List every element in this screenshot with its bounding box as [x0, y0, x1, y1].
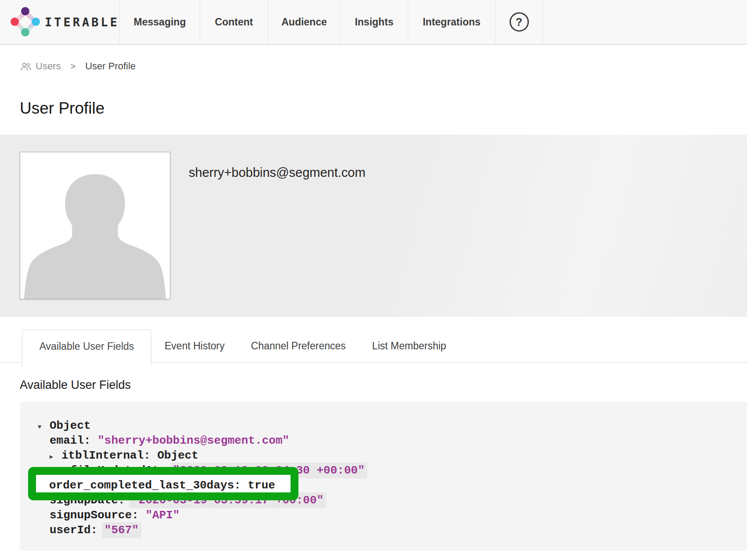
- collapse-toggle-icon[interactable]: ▼: [38, 420, 50, 434]
- help-button[interactable]: ?: [495, 0, 543, 44]
- annotation-highlight-box: order_completed_last_30days: true: [28, 467, 298, 500]
- nav-item-audience[interactable]: Audience: [268, 0, 340, 44]
- field-row-order_completed_last_30days: order_completed_last_30days: true: [49, 478, 275, 493]
- breadcrumb-users-label: Users: [36, 61, 61, 72]
- section-heading: Available User Fields: [0, 378, 747, 392]
- iterable-logo-icon: [11, 8, 38, 36]
- nav-item-messaging[interactable]: Messaging: [119, 0, 200, 44]
- top-nav: ITERABLE MessagingContentAudienceInsight…: [0, 0, 747, 45]
- field-row-userId: userId: "567": [20, 523, 747, 538]
- brand-name: ITERABLE: [45, 15, 119, 29]
- field-value: "567": [102, 522, 141, 538]
- page-title: User Profile: [0, 99, 747, 118]
- logo-dot-red: [11, 18, 19, 26]
- field-row-signupSource: signupSource: "API": [20, 508, 747, 523]
- person-silhouette-icon: [20, 152, 170, 299]
- field-value: true: [248, 479, 275, 492]
- profile-summary: sherry+bobbins@segment.com: [0, 135, 747, 317]
- field-key: itblInternal:: [61, 449, 157, 462]
- tab-channel-preferences[interactable]: Channel Preferences: [238, 330, 359, 362]
- profile-tabs: Available User FieldsEvent HistoryChanne…: [0, 330, 747, 366]
- breadcrumb-current: User Profile: [85, 61, 136, 72]
- nav-item-insights[interactable]: Insights: [340, 0, 408, 44]
- users-icon: [20, 62, 32, 71]
- field-row-root: ▼Object: [20, 418, 747, 433]
- field-key: signupSource:: [50, 509, 145, 522]
- tab-label: Event History: [165, 340, 225, 352]
- nav-item-integrations[interactable]: Integrations: [408, 0, 495, 44]
- field-value: "API": [145, 509, 180, 522]
- field-row-email: email: "sherry+bobbins@segment.com": [20, 433, 747, 448]
- profile-email: sherry+bobbins@segment.com: [189, 165, 366, 317]
- field-value: Object: [50, 419, 91, 432]
- iterable-logo[interactable]: ITERABLE: [0, 0, 119, 44]
- tab-event-history[interactable]: Event History: [151, 330, 238, 362]
- logo-dot-purple: [21, 7, 29, 15]
- tab-list-membership[interactable]: List Membership: [359, 330, 460, 362]
- tab-available-user-fields[interactable]: Available User Fields: [22, 330, 151, 366]
- breadcrumb-users-link[interactable]: Users: [20, 61, 61, 72]
- tab-label: List Membership: [372, 340, 446, 352]
- field-key: userId:: [50, 524, 104, 537]
- annotated-field-row: order_completed_last_30days: true: [36, 478, 275, 493]
- logo-dot-blue: [32, 18, 40, 26]
- field-value: "sherry+bobbins@segment.com": [97, 434, 289, 447]
- tab-label: Available User Fields: [40, 341, 134, 352]
- expand-toggle-icon[interactable]: ▶: [50, 449, 61, 464]
- nav-item-content[interactable]: Content: [200, 0, 268, 44]
- chevron-right-icon: >: [70, 61, 75, 72]
- field-key: order_completed_last_30days:: [49, 479, 248, 492]
- available-user-fields-panel: ▼Objectemail: "sherry+bobbins@segment.co…: [20, 402, 747, 551]
- avatar: [20, 152, 170, 299]
- logo-dot-green: [21, 28, 29, 36]
- breadcrumb: Users > User Profile: [0, 59, 747, 73]
- field-value: Object: [157, 449, 198, 462]
- field-row-itblInternal: ▶itblInternal: Object: [20, 448, 747, 463]
- field-key: email:: [50, 434, 97, 447]
- tab-label: Channel Preferences: [251, 340, 346, 352]
- help-icon: ?: [510, 12, 529, 32]
